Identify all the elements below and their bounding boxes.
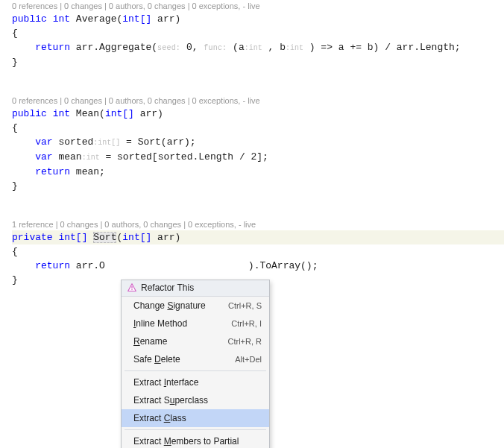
keyword-public: public <box>12 13 47 25</box>
svg-rect-2 <box>131 289 132 290</box>
menu-separator <box>125 370 266 371</box>
close-brace: } <box>12 179 504 193</box>
menu-item-extract-superclass[interactable]: Extract Superclass <box>122 391 269 409</box>
shortcut: Ctrl+R, R <box>227 335 262 348</box>
keyword-var: var <box>35 136 52 148</box>
signature-sort: private int[] Sort(int[] arr) <box>12 230 504 244</box>
codelens-sort[interactable]: 1 reference | 0 changes | 0 authors, 0 c… <box>0 218 504 230</box>
refactor-this-menu: Refactor This Change Signature Ctrl+R, S… <box>121 280 270 448</box>
menu-item-inline-method[interactable]: Inline Method Ctrl+R, I <box>122 315 269 332</box>
type-hint: :int <box>245 44 262 52</box>
menu-item-extract-class[interactable]: Extract Class <box>122 409 269 427</box>
return-line-average: return arr.Aggregate(seed: 0, func: (a:i… <box>12 40 504 55</box>
menu-item-safe-delete[interactable]: Safe Delete Alt+Del <box>122 350 269 368</box>
close-brace: } <box>12 55 504 69</box>
menu-title-label: Refactor This <box>141 283 194 293</box>
method-name-average: Average <box>76 13 117 25</box>
keyword-return: return <box>35 42 70 53</box>
menu-title: Refactor This <box>122 280 269 297</box>
type-hint: :int <box>286 44 303 52</box>
method-average: public int Average(int[] arr) { return a… <box>0 12 504 69</box>
return-line-sort: return arr.O).ToArray(); <box>12 259 504 273</box>
param-type: int[] <box>122 13 151 25</box>
menu-item-change-signature[interactable]: Change Signature Ctrl+R, S <box>122 297 269 315</box>
mean-line-2: var mean:int = sorted[sorted.Length / 2]… <box>12 150 504 165</box>
menu-separator <box>125 429 266 430</box>
mean-line-1: var sorted:int[] = Sort(arr); <box>12 135 504 150</box>
open-brace: { <box>12 244 504 259</box>
signature-average: public int Average(int[] arr) <box>12 12 504 26</box>
method-mean: public int Mean(int[] arr) { var sorted:… <box>0 107 504 193</box>
type-int: int <box>53 13 70 25</box>
param-hint-func: func: <box>204 44 227 52</box>
codelens-mean[interactable]: 0 references | 0 changes | 0 authors, 0 … <box>0 95 504 107</box>
warning-icon <box>127 283 136 292</box>
keyword-var: var <box>35 151 52 163</box>
method-name-mean: Mean <box>76 108 99 119</box>
menu-item-extract-members-partial[interactable]: Extract Members to Partial <box>122 432 269 448</box>
method-name-sort[interactable]: Sort <box>93 232 116 243</box>
type-hint: :int <box>82 154 100 162</box>
keyword-return: return <box>35 166 70 177</box>
param-hint-seed: seed: <box>157 44 180 52</box>
open-brace: { <box>12 26 504 40</box>
keyword-return: return <box>35 260 70 271</box>
shortcut: Ctrl+R, S <box>228 299 262 312</box>
mean-line-3: return mean; <box>12 165 504 179</box>
codelens-average[interactable]: 0 references | 0 changes | 0 authors, 0 … <box>0 0 504 12</box>
svg-rect-1 <box>131 286 132 288</box>
menu-item-extract-interface[interactable]: Extract Interface <box>122 373 269 391</box>
open-brace: { <box>12 121 504 135</box>
shortcut: Ctrl+R, I <box>231 317 262 330</box>
type-hint: :int[] <box>93 139 120 147</box>
method-sort: private int[] Sort(int[] arr) { return a… <box>0 230 504 287</box>
keyword-private: private <box>12 232 53 243</box>
signature-mean: public int Mean(int[] arr) <box>12 107 504 121</box>
shortcut: Alt+Del <box>235 353 262 366</box>
menu-item-rename[interactable]: Rename Ctrl+R, R <box>122 332 269 350</box>
